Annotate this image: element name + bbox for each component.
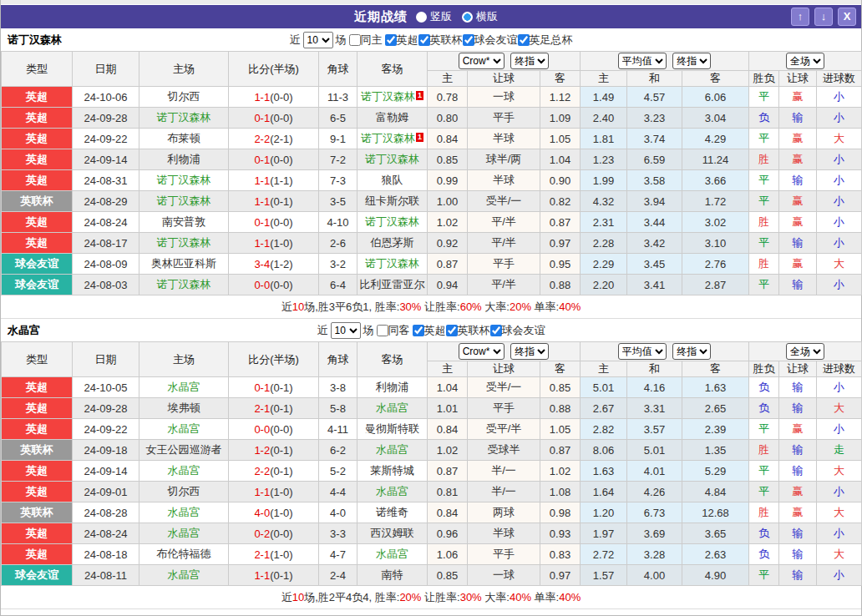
home-team: 女王公园巡游者 — [139, 440, 229, 461]
league-filter-checkbox[interactable] — [385, 34, 397, 46]
col-away: 客场 — [357, 342, 428, 377]
avg-home: 1.23 — [581, 149, 627, 170]
avg-select[interactable]: 平均值 — [618, 343, 667, 360]
avg-draw: 3.42 — [627, 233, 682, 254]
league-filter[interactable]: 英超 — [385, 33, 418, 48]
summary-segment: 让胜率: — [421, 300, 459, 313]
result-handicap: 赢 — [779, 129, 817, 149]
league-filter-checkbox[interactable] — [518, 34, 530, 46]
odds-handicap: 一球 — [468, 565, 540, 586]
summary-segment: 近 — [281, 300, 292, 313]
league-filter[interactable]: 球会友谊 — [463, 33, 518, 48]
league-filter-checkbox[interactable] — [413, 325, 424, 336]
table-row: 英超 24-09-01 切尔西 1-1(1-0) 4-4 水晶宫 0.81 半/… — [2, 482, 862, 502]
score-cell: 1-2(0-1) — [229, 440, 319, 461]
close-button[interactable]: X — [838, 8, 856, 26]
score-full: 3-4 — [254, 258, 270, 270]
scope-select[interactable]: 全场 — [786, 343, 824, 360]
move-down-button[interactable]: ↓ — [814, 8, 833, 26]
col-avg-draw: 和 — [627, 71, 682, 87]
scope-select[interactable]: 全场 — [786, 53, 824, 69]
table-row: 球会友谊 24-08-03 诺丁汉森林 0-0(0-0) 6-4 比利亚雷亚尔 … — [2, 275, 862, 295]
same-venue-checkbox[interactable] — [349, 34, 361, 46]
odds-handicap: 平手 — [468, 398, 540, 419]
odds-away: 1.08 — [540, 482, 581, 502]
odds-stage-select[interactable]: 终指 — [510, 343, 549, 360]
league-badge: 球会友谊 — [2, 565, 73, 586]
odds-company-select[interactable]: Crow* — [459, 53, 505, 69]
away-team: 诺丁汉森林 — [365, 257, 419, 270]
away-team: 伯恩茅斯 — [371, 236, 414, 249]
table-row: 英超 24-09-14 水晶宫 2-2(0-1) 5-2 莱斯特城 0.87 半… — [2, 461, 862, 482]
summary-segment: 单率: — [531, 591, 559, 603]
col-wdl: 胜负 — [749, 71, 779, 87]
league-filter-label: 英超 — [424, 323, 446, 338]
avg-stage-select[interactable]: 终指 — [672, 53, 711, 69]
league-filter[interactable]: 英联杯 — [446, 323, 490, 338]
league-badge: 英联杯 — [2, 191, 73, 212]
summary-segment: 40% — [559, 300, 581, 313]
match-date: 24-09-22 — [73, 419, 139, 440]
avg-home: 2.29 — [581, 254, 627, 275]
away-team: 比利亚雷亚尔 — [360, 278, 425, 290]
away-cell: 曼彻斯特联 — [357, 419, 428, 440]
summary-segment: 10 — [292, 591, 304, 603]
league-badge: 英超 — [2, 482, 73, 502]
corner-score: 4-4 — [319, 482, 357, 502]
col-wdl: 胜负 — [749, 361, 779, 377]
odds-handicap: 平/半 — [468, 275, 540, 295]
match-date: 24-08-03 — [73, 275, 139, 295]
result-wdl: 平 — [749, 565, 779, 586]
away-cell: 水晶宫 — [357, 482, 428, 502]
same-venue-filter[interactable]: 同客 — [377, 323, 410, 338]
same-venue-checkbox[interactable] — [377, 325, 388, 336]
odds-home: 0.81 — [428, 482, 468, 502]
result-wdl: 负 — [749, 377, 779, 398]
table-row: 英超 24-08-18 布伦特福德 2-1(1-0) 4-7 水晶宫 1.06 … — [2, 544, 862, 565]
match-count-select[interactable]: 10 — [303, 32, 333, 48]
table-row: 英联杯 24-08-28 水晶宫 4-0(1-0) 4-0 诺维奇 0.84 两… — [2, 502, 862, 523]
layout-option-vertical[interactable]: 竖版 — [416, 9, 452, 24]
home-team: 水晶宫 — [139, 523, 229, 544]
recent-results-widget: 近期战绩 竖版 横版 ↑ ↓ X 诺丁汉森林 近 10 场 同主 — [0, 0, 862, 616]
avg-away: 1.72 — [682, 191, 749, 212]
league-filter-checkbox[interactable] — [418, 34, 430, 46]
result-wdl: 平 — [749, 461, 779, 482]
score-half: (1-0) — [270, 507, 292, 519]
match-count-select[interactable]: 10 — [331, 322, 361, 339]
odds-stage-select[interactable]: 终指 — [510, 53, 549, 69]
home-team: 利物浦 — [139, 149, 229, 170]
home-team: 诺丁汉森林 — [139, 275, 229, 295]
league-badge: 英超 — [2, 170, 73, 191]
away-team: 水晶宫 — [376, 548, 408, 560]
layout-option-horizontal[interactable]: 横版 — [462, 9, 498, 24]
avg-select[interactable]: 平均值 — [618, 53, 667, 69]
avg-home: 2.31 — [581, 212, 627, 233]
avg-away: 3.65 — [682, 523, 749, 544]
odds-away: 1.04 — [540, 149, 581, 170]
league-filter[interactable]: 英足总杯 — [518, 33, 573, 48]
table-row: 英超 24-08-31 诺丁汉森林 1-1(1-1) 7-3 狼队 0.99 半… — [2, 170, 862, 191]
avg-draw: 5.01 — [627, 440, 682, 461]
odds-company-select[interactable]: Crow* — [459, 343, 505, 360]
col-score: 比分(半场) — [229, 52, 319, 87]
away-cell: 水晶宫 — [357, 398, 428, 419]
col-avg-draw: 和 — [627, 361, 682, 377]
league-filter[interactable]: 球会友谊 — [490, 323, 545, 338]
league-filter-checkbox[interactable] — [490, 325, 502, 336]
league-filter[interactable]: 英联杯 — [418, 33, 463, 48]
move-up-button[interactable]: ↑ — [791, 8, 809, 26]
same-venue-filter[interactable]: 同主 — [349, 33, 383, 48]
odds-group-header: Crow* 终指 — [428, 342, 581, 361]
odds-away: 0.88 — [540, 398, 581, 419]
avg-draw: 4.00 — [627, 565, 682, 586]
near-label: 近 — [290, 33, 301, 48]
odds-away: 0.88 — [540, 275, 581, 295]
league-filter-checkbox[interactable] — [463, 34, 474, 46]
league-filter[interactable]: 英超 — [413, 323, 446, 338]
avg-stage-select[interactable]: 终指 — [672, 343, 711, 360]
summary-segment: 大率: — [482, 591, 510, 603]
odds-home: 0.87 — [428, 461, 468, 482]
odds-handicap: 受球半 — [468, 440, 540, 461]
league-filter-checkbox[interactable] — [446, 325, 458, 336]
